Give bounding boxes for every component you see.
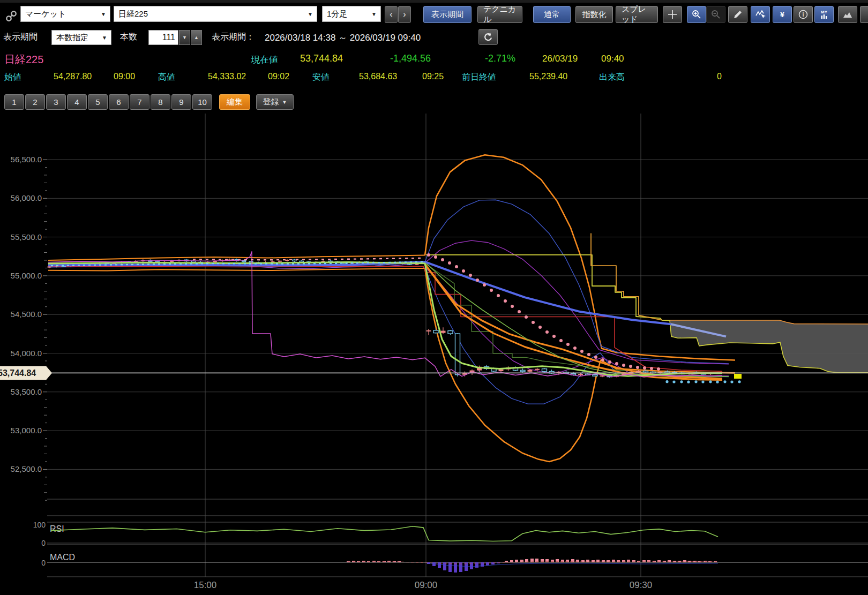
sar-dot-pink [629, 365, 632, 368]
sar-dot-pink [518, 310, 521, 313]
macd-bar [576, 560, 579, 562]
candle-body-up [48, 267, 51, 268]
overlay-yellow-step [426, 255, 662, 320]
candle-body-down [242, 261, 246, 262]
price-chart[interactable]: 56,500.056,000.055,500.055,000.054,500.0… [0, 0, 868, 595]
overlay-orange-step [591, 233, 662, 320]
y-axis-label: 56,500.0 [11, 155, 42, 164]
sar-dot-cyan [738, 380, 740, 383]
candle-body-up [499, 370, 504, 371]
overlay-band-blue-top [425, 200, 729, 364]
sar-dot-pink [483, 283, 486, 287]
macd-bar [571, 559, 574, 562]
sar-dot-pink [538, 326, 542, 329]
sar-dot-cyan [716, 381, 719, 383]
overlay-pink-dashed-left [193, 258, 423, 260]
sar-dot-cyan [665, 380, 668, 383]
overlay-bundle-orange-bottom [48, 268, 425, 271]
macd-bar [475, 562, 478, 568]
sar-dot-pink [580, 350, 583, 353]
sar-dot-pink [601, 358, 604, 361]
sar-dot-pink [476, 278, 479, 282]
candle-body-down [293, 260, 296, 261]
macd-bar [551, 560, 554, 562]
rsi-100-label: 100 [33, 521, 46, 529]
x-axis-label: 09:30 [630, 580, 653, 590]
candle-body-down [448, 331, 453, 334]
macd-0-label: 0 [41, 559, 46, 567]
sar-dot-pink [643, 366, 646, 370]
sar-dot-pink [504, 299, 507, 303]
sar-dot-pink [636, 366, 639, 369]
sar-dot-cyan [672, 380, 675, 383]
candle-body-up [535, 369, 540, 370]
candle-body-down [520, 370, 525, 372]
sar-dot-cyan [694, 380, 697, 383]
y-axis-label: 55,500.0 [11, 232, 42, 242]
sar-dot-pink [657, 367, 660, 371]
sar-dot-pink [497, 294, 500, 297]
sar-dot-pink [552, 335, 556, 338]
sar-dot-pink [427, 253, 430, 257]
candle-body-down [455, 334, 460, 375]
macd-bar [505, 561, 508, 562]
sar-dot-pink [545, 330, 549, 334]
y-axis-label: 54,500.0 [11, 310, 42, 319]
sar-dot-pink [615, 362, 618, 365]
candle-body-down [643, 371, 648, 372]
macd-bar [561, 560, 564, 562]
candle-body-up [278, 261, 282, 262]
x-axis-label: 09:00 [415, 580, 438, 590]
macd-bar [556, 559, 559, 562]
sar-dot-pink [532, 321, 535, 324]
sar-dot-cyan [687, 381, 690, 383]
sar-dot-cyan [709, 380, 712, 383]
sar-dot-cyan [680, 380, 683, 383]
y-axis-label: 55,000.0 [11, 271, 42, 280]
sar-dot-pink [434, 255, 437, 259]
sar-dot-pink [469, 274, 472, 277]
candle-body-up [600, 375, 605, 376]
sar-dot-pink [566, 343, 570, 346]
sar-dot-pink [511, 305, 514, 308]
sar-dot-pink [650, 367, 653, 370]
y-axis-label: 53,500.0 [11, 387, 42, 396]
overlay-thick-blue-ma [48, 262, 671, 324]
candle-body-up [441, 331, 446, 333]
rsi-line [51, 526, 718, 541]
sar-dot-pink [594, 356, 597, 359]
macd-bar [586, 560, 589, 562]
rsi-pane-label: RSI [50, 524, 64, 533]
candle-body-up [578, 374, 583, 375]
sar-dot-pink [462, 269, 465, 273]
sar-dot-pink [455, 265, 458, 268]
y-axis-label: 54,000.0 [11, 349, 42, 358]
y-axis-label: 56,000.0 [11, 193, 42, 202]
sar-dot-pink [608, 360, 611, 364]
candle-body-up [528, 370, 533, 372]
sar-dot-cyan [701, 380, 704, 383]
current-price-tag-text: 53,744.84 [0, 368, 36, 378]
macd-pane-label: MACD [50, 553, 75, 562]
y-axis-label: 53,000.0 [11, 426, 42, 435]
candle-body-up [426, 330, 431, 332]
candle-body-down [433, 330, 438, 333]
sar-dot-cyan [723, 380, 726, 383]
candle-body-up [636, 371, 641, 372]
sar-dot-cyan [730, 380, 733, 383]
last-value-marker [734, 374, 742, 379]
sar-dot-pink [525, 315, 528, 319]
candle-body-up [285, 260, 289, 261]
candle-body-down [542, 369, 547, 372]
sar-dot-pink [573, 347, 577, 350]
sar-dot-pink [559, 339, 563, 342]
macd-bar [566, 560, 569, 562]
sar-dot-pink [441, 258, 444, 261]
sar-dot-pink [490, 289, 493, 292]
sar-dot-pink [622, 364, 625, 367]
sar-dot-pink [448, 261, 451, 265]
sar-dot-pink [587, 353, 590, 356]
x-axis-label: 15:00 [194, 580, 217, 590]
rsi-0-label: 0 [41, 539, 46, 547]
candle-body-down [593, 375, 597, 376]
